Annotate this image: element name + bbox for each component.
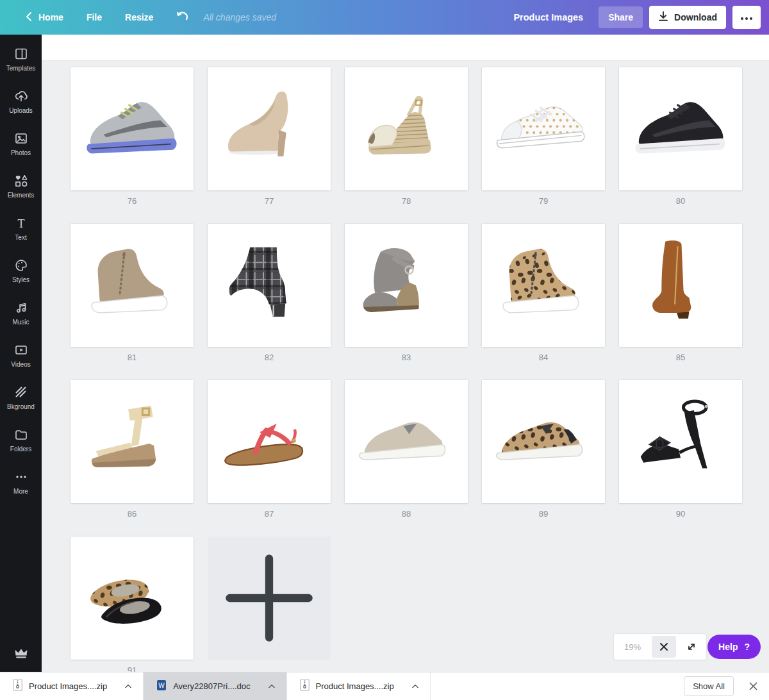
design-title[interactable]: Product Images (513, 12, 583, 22)
product-image-85[interactable] (619, 224, 742, 347)
share-button[interactable]: Share (599, 6, 643, 28)
help-label: Help (718, 642, 738, 652)
chevron-up-icon[interactable] (267, 683, 276, 690)
product-image-90[interactable] (619, 380, 742, 503)
svg-text:T: T (17, 217, 24, 230)
close-icon (659, 642, 668, 651)
chevron-up-icon[interactable] (124, 683, 133, 690)
uploads-icon (13, 88, 29, 104)
product-image-83[interactable] (345, 224, 468, 347)
product-image-76[interactable] (70, 67, 194, 190)
videos-icon (13, 342, 29, 358)
sidebar-item-text[interactable]: TText (0, 207, 42, 249)
sidebar-item-label: More (13, 488, 28, 495)
shoe-photo-82 (212, 228, 326, 342)
grid-cell (208, 537, 331, 660)
shoe-photo-89 (486, 385, 600, 499)
product-image-81[interactable] (70, 224, 194, 347)
zoom-close-button[interactable] (652, 636, 676, 658)
product-image-80[interactable] (619, 67, 742, 190)
sidebar-item-label: Photos (11, 149, 31, 156)
sidebar-item-more[interactable]: More (0, 461, 42, 503)
download-item-2[interactable]: Product Images....zip (287, 672, 431, 700)
image-number: 84 (482, 353, 605, 362)
sidebar-item-uploads[interactable]: Uploads (0, 80, 42, 122)
sidebar-item-templates[interactable]: Templates (0, 38, 42, 80)
show-all-downloads-button[interactable]: Show All (684, 676, 734, 696)
grid-cell: 83 (345, 224, 468, 347)
download-button[interactable]: Download (649, 6, 726, 29)
sidebar-item-label: Templates (6, 65, 36, 72)
close-icon (749, 682, 757, 690)
product-image-88[interactable] (345, 380, 468, 503)
download-item-0[interactable]: Product Images....zip (0, 672, 144, 700)
shoe-photo-79 (486, 72, 600, 186)
home-button[interactable]: Home (13, 0, 75, 35)
shoe-photo-88 (349, 385, 463, 499)
download-file-name: Avery22807Pri....doc (173, 681, 250, 691)
topbar-right-group: Product Images Share Download (513, 6, 769, 29)
grid-cell: 80 (619, 67, 742, 190)
sidebar-item-label: Videos (11, 361, 30, 368)
product-image-89[interactable] (482, 380, 605, 503)
undo-button[interactable] (165, 0, 201, 35)
sidebar-item-videos[interactable]: Videos (0, 334, 42, 376)
fullscreen-button[interactable] (677, 641, 706, 653)
zip-file-icon (300, 679, 310, 694)
close-downloads-bar-button[interactable] (749, 682, 757, 690)
shoe-photo-77 (212, 72, 326, 186)
sidebar-item-photos[interactable]: Photos (0, 122, 42, 165)
grid-cell: 86 (70, 380, 194, 503)
sidebar-item-folders[interactable]: Folders (0, 419, 42, 461)
sidebar-item-label: Text (15, 234, 26, 241)
background-icon (13, 385, 29, 400)
shoe-photo-78 (349, 72, 463, 186)
downloads-bar-right: Show All (684, 676, 769, 696)
folders-icon (13, 427, 29, 442)
grid-cell: 90 (619, 380, 742, 503)
product-image-86[interactable] (70, 380, 194, 503)
chevron-up-icon[interactable] (411, 683, 420, 690)
image-number: 77 (208, 196, 331, 206)
add-image-card[interactable] (208, 537, 331, 660)
image-number: 83 (345, 353, 468, 362)
image-number: 89 (482, 509, 605, 519)
product-image-82[interactable] (208, 224, 331, 347)
sidebar-item-label: Music (12, 319, 29, 326)
sidebar-item-elements[interactable]: Elements (0, 165, 42, 207)
download-item-1[interactable]: WAvery22807Pri....doc (144, 672, 286, 700)
shoe-photo-87 (212, 385, 326, 499)
image-number: 79 (482, 196, 605, 206)
image-number: 88 (345, 509, 468, 519)
help-question-mark: ? (744, 642, 750, 652)
product-image-91[interactable] (70, 537, 194, 660)
product-image-84[interactable] (482, 224, 605, 347)
product-image-77[interactable] (208, 67, 331, 190)
image-number: 76 (70, 196, 194, 206)
product-image-78[interactable] (345, 67, 468, 190)
file-label: File (87, 12, 102, 22)
zoom-level: 19% (614, 642, 651, 652)
image-number: 82 (208, 353, 331, 362)
help-button[interactable]: Help ? (707, 635, 761, 659)
plus-icon (212, 541, 326, 655)
sidebar-item-music[interactable]: Music (0, 292, 42, 334)
image-number: 90 (619, 509, 742, 519)
sidebar-item-bkground[interactable]: Bkground (0, 376, 42, 419)
image-number: 78 (345, 196, 468, 206)
grid-cell: 91 (70, 537, 194, 660)
image-number: 80 (619, 196, 742, 206)
elements-icon (13, 173, 29, 188)
file-menu-button[interactable]: File (75, 0, 113, 35)
resize-menu-button[interactable]: Resize (113, 0, 165, 35)
sidebar-item-styles[interactable]: Styles (0, 249, 42, 292)
more-options-button[interactable] (732, 6, 761, 29)
canva-pro-crown-button[interactable] (0, 647, 42, 662)
shoe-photo-80 (624, 72, 738, 186)
resize-label: Resize (125, 12, 153, 22)
product-image-79[interactable] (482, 67, 605, 190)
zip-file-icon (13, 679, 22, 694)
expand-icon (686, 641, 697, 653)
undo-icon (175, 9, 190, 26)
product-image-87[interactable] (208, 380, 331, 503)
